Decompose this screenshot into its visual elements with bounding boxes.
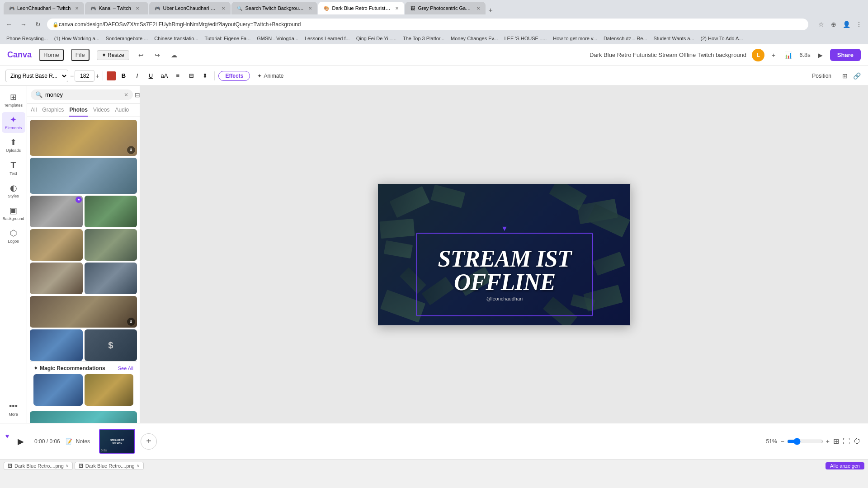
align-left-button[interactable]: ≡ <box>172 70 184 82</box>
sidebar-item-templates[interactable]: ⊞ Templates <box>2 89 25 110</box>
close-tab-3[interactable]: ✕ <box>222 6 225 11</box>
undo-button[interactable]: ↩ <box>137 50 146 61</box>
file-chip-close-2[interactable]: ∨ <box>137 463 140 468</box>
magic-item-1[interactable] <box>33 374 83 406</box>
play-preview-button[interactable]: ▶ <box>816 50 825 61</box>
tab-2[interactable]: 🎮 Kanal – Twitch ✕ <box>85 2 148 14</box>
font-selector[interactable]: Zing Rust Base R... <box>5 70 68 82</box>
timer-button[interactable]: ⏱ <box>854 437 861 446</box>
add-user-button[interactable]: + <box>770 50 777 61</box>
save-button[interactable]: ☁ <box>169 50 179 61</box>
photo-item-6[interactable] <box>85 229 137 261</box>
position-button[interactable]: Position <box>807 71 837 80</box>
bookmark-11[interactable]: LEE 'S HOUSE –... <box>501 35 549 42</box>
bookmark-14[interactable]: Student Wants a... <box>651 35 697 42</box>
close-tab-5[interactable]: ✕ <box>395 6 399 11</box>
notes-label[interactable]: Notes <box>76 438 90 445</box>
bold-button[interactable]: B <box>118 70 129 82</box>
close-tab-2[interactable]: ✕ <box>136 6 139 11</box>
bookmark-15[interactable]: (2) How To Add A... <box>698 35 746 42</box>
file-button[interactable]: File <box>71 49 90 61</box>
text-selection-box[interactable]: ▼ STREAM IST OFFLINE @leonchaudhari <box>416 233 593 316</box>
play-button[interactable]: ▶ <box>13 433 29 450</box>
file-chip-1[interactable]: 🖼 Dark Blue Retro....png ∨ <box>4 462 73 470</box>
home-button[interactable]: Home <box>39 49 64 61</box>
bookmark-8[interactable]: Qing Fei De Yi –... <box>354 35 399 42</box>
bookmark-13[interactable]: Datenschutz – Re... <box>601 35 650 42</box>
slide-thumbnail[interactable]: STREAM ISTOFFLINE 6.8s <box>99 429 135 454</box>
search-input[interactable] <box>45 91 121 98</box>
canvas-area[interactable]: ▼ STREAM IST OFFLINE @leonchaudhari <box>140 86 868 423</box>
new-tab-button[interactable]: + <box>486 6 494 14</box>
animate-button[interactable]: ✦ Animate <box>252 71 289 80</box>
sidebar-item-uploads[interactable]: ⬆ Uploads <box>2 135 25 155</box>
slide-canvas[interactable]: ▼ STREAM IST OFFLINE @leonchaudhari <box>377 183 631 326</box>
bookmark-button[interactable]: ☆ <box>816 19 826 30</box>
italic-button[interactable]: I <box>131 70 143 82</box>
redo-button[interactable]: ↪ <box>153 50 162 61</box>
show-all-button[interactable]: Alle anzeigen <box>826 462 864 469</box>
text-color-button[interactable] <box>107 71 116 80</box>
font-size-input[interactable] <box>75 70 94 82</box>
bookmark-2[interactable]: (1) How Working a... <box>52 35 102 42</box>
photo-item-7[interactable] <box>30 263 83 294</box>
sidebar-item-text[interactable]: T Text <box>2 157 25 178</box>
filter-button[interactable]: ⊟ <box>135 91 140 99</box>
bookmark-4[interactable]: Chinese translatio... <box>151 35 201 42</box>
add-slide-button[interactable]: + <box>141 433 157 450</box>
case-button[interactable]: aA <box>158 70 170 82</box>
tab-photos[interactable]: Photos <box>69 104 88 117</box>
bookmark-12[interactable]: How to get more v... <box>550 35 600 42</box>
photo-item-4[interactable] <box>85 196 137 227</box>
increase-font-size[interactable]: + <box>95 72 99 80</box>
photo-item-9[interactable]: ⬇ <box>30 296 137 328</box>
see-all-button[interactable]: See All <box>118 366 133 371</box>
tab-all[interactable]: All <box>31 104 37 117</box>
link-button[interactable]: 🔗 <box>851 70 863 81</box>
close-tab-4[interactable]: ✕ <box>308 6 312 11</box>
profile-button[interactable]: 👤 <box>841 19 852 30</box>
reload-button[interactable]: ↻ <box>33 19 43 30</box>
file-chip-2[interactable]: 🖼 Dark Blue Retro....png ∨ <box>75 462 144 470</box>
tab-4[interactable]: 🔍 Search Twitch Background –... ✕ <box>231 2 317 14</box>
sidebar-item-background[interactable]: ▣ Background <box>2 203 25 224</box>
photo-item-3[interactable]: ★ <box>30 196 83 227</box>
bookmark-6[interactable]: GMSN - Vologda... <box>254 35 301 42</box>
forward-button[interactable]: → <box>18 19 29 30</box>
tab-3[interactable]: 🎮 Uber LeonChaudhari – Twitch ✕ <box>149 2 231 14</box>
url-bar[interactable]: 🔒 canva.com/design/DAFOSwZX/mSs7E2LFUyhR… <box>47 19 808 30</box>
tab-graphics[interactable]: Graphics <box>42 104 64 117</box>
tab-6[interactable]: 🖼 Grey Photocentric Game Nigh... ✕ <box>405 2 486 14</box>
sidebar-item-elements[interactable]: ✦ Elements <box>2 112 25 133</box>
sidebar-item-more[interactable]: ••• More <box>2 399 25 419</box>
back-button[interactable]: ← <box>4 19 14 30</box>
tab-audio[interactable]: Audio <box>115 104 129 117</box>
bookmark-9[interactable]: The Top 3 Platfor... <box>400 35 447 42</box>
zoom-in-button[interactable]: + <box>826 438 830 445</box>
settings-button[interactable]: ⋮ <box>854 19 864 30</box>
fit-button[interactable]: ⊞ <box>833 437 839 446</box>
underline-button[interactable]: U <box>145 70 156 82</box>
bookmark-3[interactable]: Sonderangebote ... <box>103 35 151 42</box>
photo-item-8[interactable] <box>85 263 137 294</box>
bookmark-1[interactable]: Phone Recycling... <box>4 35 51 42</box>
extensions-button[interactable]: ⊕ <box>828 19 839 30</box>
photo-item-10[interactable] <box>30 329 83 361</box>
sidebar-item-logos[interactable]: ⬡ Logos <box>2 225 25 246</box>
photo-item-5[interactable] <box>30 229 83 261</box>
file-chip-close-1[interactable]: ∨ <box>66 463 69 468</box>
more-options-button[interactable]: ⊞ <box>840 70 849 81</box>
spacing-button[interactable]: ⇕ <box>199 70 211 82</box>
close-tab-6[interactable]: ✕ <box>476 6 480 11</box>
tab-1[interactable]: 🎮 LeonChaudhari – Twitch ✕ <box>4 2 84 14</box>
decrease-font-size[interactable]: − <box>70 72 74 80</box>
sidebar-item-styles[interactable]: ◐ Styles <box>2 180 25 201</box>
bookmark-10[interactable]: Money Changes Ev... <box>448 35 500 42</box>
magic-item-2[interactable] <box>85 374 134 406</box>
canvas-main-text[interactable]: STREAM IST OFFLINE <box>438 247 571 294</box>
zoom-out-button[interactable]: − <box>781 438 784 445</box>
fullscreen-button[interactable]: ⛶ <box>843 437 850 446</box>
zoom-slider[interactable] <box>787 438 823 445</box>
resize-button[interactable]: ✦ Resize <box>97 50 129 60</box>
tab-videos[interactable]: Videos <box>93 104 109 117</box>
